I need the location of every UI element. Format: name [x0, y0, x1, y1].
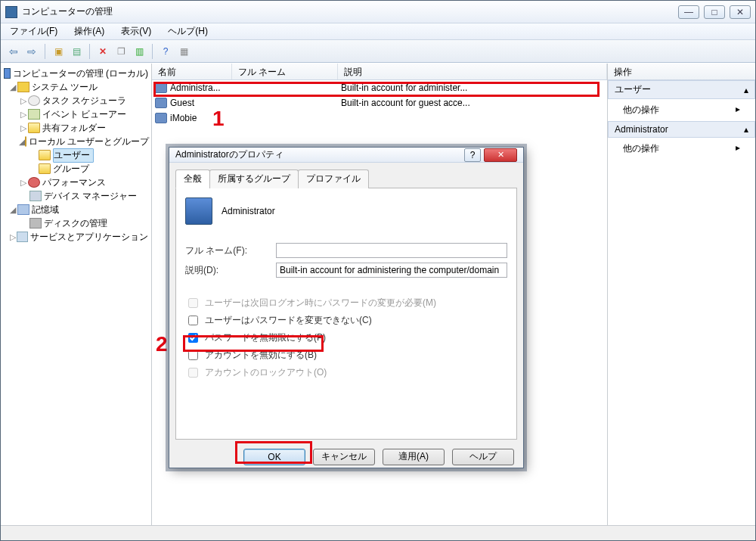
help-button[interactable]: ヘルプ — [452, 449, 514, 465]
list-row[interactable]: Administra... Built-in account for admin… — [152, 80, 607, 95]
toolbar: ⇦ ⇨ ▣ ▤ ✕ ❐ ▥ ? ▦ — [1, 40, 755, 63]
event-icon — [28, 109, 40, 120]
dialog-help-button[interactable]: ? — [464, 148, 481, 162]
arrow-left-icon: ⇦ — [9, 45, 18, 58]
window-title: コンピューターの管理 — [22, 5, 678, 18]
separator — [89, 44, 90, 59]
checkbox-icon — [188, 298, 198, 308]
chk-cannotchange[interactable]: ユーザーはパスワードを変更できない(C) — [185, 313, 507, 328]
storage-icon — [17, 204, 29, 215]
checkbox-icon[interactable] — [188, 316, 198, 325]
chevron-right-icon: ▸ — [736, 142, 740, 155]
copy-button[interactable]: ❐ — [113, 43, 129, 60]
tree-diskmgmt[interactable]: ディスクの管理 — [1, 216, 151, 230]
cell-name: iMobie — [170, 113, 235, 123]
fullname-label: フル ネーム(F): — [185, 244, 276, 257]
tree-users[interactable]: ユーザー — [1, 148, 151, 162]
tab-general[interactable]: 全般 — [175, 169, 210, 188]
tab-profile[interactable]: プロファイル — [298, 169, 369, 188]
tree-services[interactable]: ▷サービスとアプリケーション — [1, 230, 151, 244]
user-icon — [155, 82, 167, 93]
tab-memberof[interactable]: 所属するグループ — [209, 169, 299, 188]
ok-button[interactable]: OK — [243, 449, 305, 465]
folder-icon — [25, 136, 26, 147]
tree-sharedfolders[interactable]: ▷共有フォルダー — [1, 121, 151, 135]
menu-file[interactable]: ファイル(F) — [5, 23, 62, 39]
tab-page-general: Administrator フル ネーム(F): 説明(D): ユーザーは次回ロ… — [175, 188, 517, 440]
col-name[interactable]: 名前 — [152, 64, 232, 79]
cell-name: Administra... — [170, 82, 235, 93]
tree-pane[interactable]: コンピューターの管理 (ローカル) ◢システム ツール ▷タスク スケジューラ … — [1, 64, 152, 525]
arrow-right-icon: ⇨ — [27, 45, 36, 58]
tree-localusersgroups[interactable]: ◢ローカル ユーザーとグループ — [1, 135, 151, 148]
maximize-button[interactable]: □ — [704, 5, 725, 19]
username-label: Administrator — [222, 206, 275, 216]
separator — [45, 44, 45, 59]
actions-item-more1[interactable]: 他の操作▸ — [608, 99, 755, 121]
tree-devicemanager[interactable]: デバイス マネージャー — [1, 189, 151, 203]
tree-taskscheduler[interactable]: ▷タスク スケジューラ — [1, 94, 151, 107]
dialog-titlebar: Administratorのプロパティ ? ✕ — [169, 148, 523, 163]
perf-icon — [28, 177, 40, 188]
menubar: ファイル(F) 操作(A) 表示(V) ヘルプ(H) — [1, 23, 755, 40]
tree-storage[interactable]: ◢記憶域 — [1, 203, 151, 216]
panes-button[interactable]: ▦ — [175, 43, 192, 60]
apply-button[interactable]: 適用(A) — [383, 449, 445, 465]
actions-header: 操作 — [608, 64, 755, 80]
list-header: 名前 フル ネーム 説明 — [152, 64, 607, 80]
copy-icon: ❐ — [117, 46, 125, 57]
cancel-button[interactable]: キャンセル — [313, 449, 375, 465]
titlebar: コンピューターの管理 — □ ✕ — [1, 1, 755, 23]
cell-name: Guest — [170, 98, 235, 108]
checkbox-icon — [188, 368, 198, 378]
tree-performance[interactable]: ▷パフォーマンス — [1, 176, 151, 189]
separator — [152, 44, 153, 59]
minimize-button[interactable]: — — [678, 5, 699, 19]
menu-help[interactable]: ヘルプ(H) — [163, 23, 212, 39]
statusbar — [1, 525, 755, 540]
cell-desc: Built-in account for administer... — [341, 82, 467, 93]
up-button[interactable]: ▣ — [50, 43, 67, 60]
forward-button[interactable]: ⇨ — [23, 43, 40, 60]
checkbox-icon[interactable] — [188, 333, 198, 343]
tree-root[interactable]: コンピューターの管理 (ローカル) — [1, 67, 151, 80]
actions-group-admin[interactable]: Administrator▴ — [608, 121, 755, 138]
back-button[interactable]: ⇦ — [5, 43, 22, 60]
tree-systemtools[interactable]: ◢システム ツール — [1, 80, 151, 94]
tree-eventviewer[interactable]: ▷イベント ビューアー — [1, 107, 151, 121]
disk-icon — [29, 218, 42, 229]
properties-dialog: Administratorのプロパティ ? ✕ 全般 所属するグループ プロファ… — [169, 147, 524, 468]
dialog-close-button[interactable]: ✕ — [484, 148, 517, 162]
x-icon: ✕ — [99, 46, 107, 57]
device-icon — [29, 191, 42, 201]
chk-disabled[interactable]: アカウントを無効にする(B) — [185, 348, 507, 362]
tree-groups[interactable]: グループ — [1, 162, 151, 176]
computer-icon — [4, 68, 11, 79]
fullname-field[interactable] — [276, 243, 507, 258]
delete-button[interactable]: ✕ — [94, 43, 111, 60]
desc-field[interactable] — [276, 263, 507, 278]
folder-icon — [39, 150, 51, 160]
checkbox-icon[interactable] — [188, 350, 198, 360]
chk-mustchange: ユーザーは次回ログオン時にパスワードの変更が必要(M) — [185, 296, 507, 310]
annotation-number-1: 1 — [212, 107, 225, 131]
col-desc[interactable]: 説明 — [338, 64, 607, 79]
chk-neverexpire[interactable]: パスワードを無期限にする(P) — [185, 331, 507, 345]
panes-icon: ▦ — [180, 46, 188, 57]
properties-button[interactable]: ▤ — [68, 43, 85, 60]
chevron-right-icon: ▸ — [736, 104, 740, 117]
actions-item-more2[interactable]: 他の操作▸ — [608, 138, 755, 160]
help-button[interactable]: ? — [157, 43, 174, 60]
actions-group-users[interactable]: ユーザー▴ — [608, 80, 755, 99]
page-icon: ▤ — [73, 46, 81, 57]
services-icon — [17, 232, 28, 242]
col-fullname[interactable]: フル ネーム — [232, 64, 338, 79]
actions-pane: 操作 ユーザー▴ 他の操作▸ Administrator▴ 他の操作▸ — [607, 64, 755, 525]
close-button[interactable]: ✕ — [730, 5, 751, 19]
folder-up-icon: ▣ — [54, 46, 63, 57]
menu-view[interactable]: 表示(V) — [116, 23, 156, 39]
tools-icon — [17, 82, 29, 92]
refresh-button[interactable]: ▥ — [131, 43, 147, 60]
menu-action[interactable]: 操作(A) — [70, 23, 109, 39]
clock-icon — [28, 95, 40, 106]
